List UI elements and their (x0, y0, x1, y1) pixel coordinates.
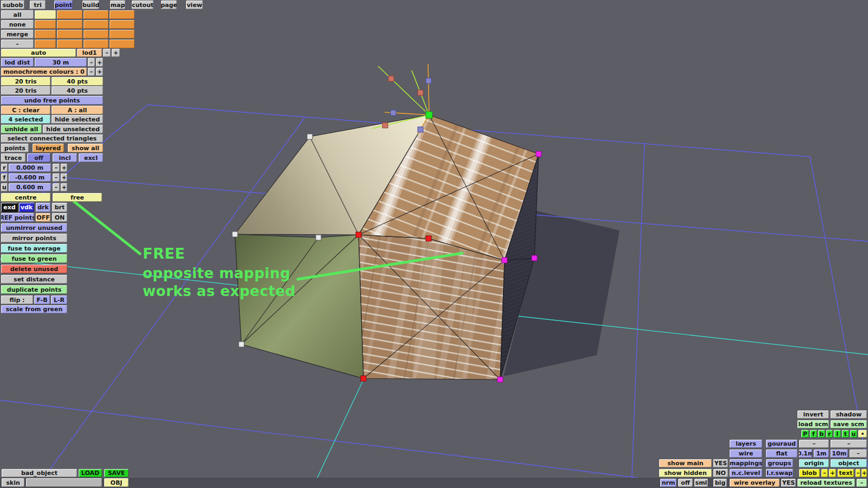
proj-b-button[interactable]: b (818, 430, 825, 438)
vertex-white[interactable] (316, 235, 321, 240)
text-plus-button[interactable]: + (861, 469, 867, 477)
proj-r-button[interactable]: r (826, 430, 833, 438)
axis-f-value[interactable]: -0.600 m (9, 174, 51, 182)
subobject-cell[interactable] (84, 40, 108, 48)
subobject-cell[interactable] (84, 20, 108, 29)
subobject-cell[interactable] (35, 20, 56, 29)
vertex-red[interactable] (426, 236, 431, 241)
groups-button[interactable]: groups (766, 459, 793, 467)
wire-overlay-button[interactable]: wire overlay (730, 479, 780, 487)
exd-button[interactable]: exd (1, 203, 18, 212)
auto-button[interactable]: auto (1, 49, 76, 57)
object-button[interactable]: object (831, 459, 867, 467)
tab-view[interactable]: view (186, 1, 203, 9)
blob-plus-button[interactable]: + (829, 469, 836, 477)
free-point-salmon[interactable] (388, 76, 394, 81)
mappings-button[interactable]: mappings (730, 459, 762, 467)
text-button[interactable]: text (838, 469, 854, 477)
subobject-cell[interactable] (57, 40, 82, 48)
vertex-magenta[interactable] (497, 377, 503, 382)
gouraud-button[interactable]: gouraud (766, 440, 797, 448)
dist-10m-button[interactable]: 10m (831, 450, 848, 458)
tab-map[interactable]: map (110, 1, 125, 9)
subobject-cell[interactable] (35, 40, 56, 48)
nclevel-button[interactable]: n.c.level (730, 469, 762, 477)
lod-dist-plus-button[interactable]: + (96, 58, 103, 67)
layered-button[interactable]: layered (33, 144, 64, 152)
save-scm-button[interactable]: save scm (831, 420, 867, 428)
vertex-selected-green[interactable] (426, 112, 432, 118)
axis-u-plus-button[interactable]: + (61, 183, 67, 191)
fuse-to-green-button[interactable]: fuse to green (1, 254, 67, 263)
vertex-red[interactable] (361, 376, 366, 381)
subobject-cell[interactable] (57, 30, 82, 38)
mirror-points-button[interactable]: mirror points (1, 234, 67, 242)
select-connected-triangles-button[interactable]: select connected triangles (1, 134, 103, 143)
axis-r-plus-button[interactable]: + (61, 164, 67, 172)
proj-t-button[interactable]: t (842, 430, 849, 438)
invert-button[interactable]: invert (797, 410, 829, 419)
ref-on-button[interactable]: ON (52, 213, 67, 222)
wire-button[interactable]: wire (730, 450, 762, 458)
subobject-cell[interactable] (57, 20, 82, 29)
fuse-to-average-button[interactable]: fuse to average (1, 244, 67, 253)
show-hidden-toggle[interactable]: NO (713, 469, 728, 477)
free-point-blue[interactable] (426, 78, 431, 84)
subobject-cell[interactable] (110, 20, 135, 29)
lod1-button[interactable]: lod1 (77, 49, 102, 57)
proj-l-button[interactable]: l (834, 430, 841, 438)
show-main-button[interactable]: show main (659, 459, 712, 467)
proj-u-button[interactable]: u (850, 430, 857, 438)
trace-excl-button[interactable]: excl (79, 153, 103, 162)
tab-tri[interactable]: tri (30, 1, 46, 9)
brt-button[interactable]: brt (52, 203, 67, 212)
axis-f-minus-button[interactable]: – (53, 174, 60, 182)
lod-dist-value[interactable]: 30 m (35, 58, 87, 67)
dash-button[interactable]: – (850, 450, 867, 458)
object-name-field[interactable]: bad_object (2, 469, 77, 477)
show-hidden-button[interactable]: show hidden (659, 469, 712, 477)
shadow-button[interactable]: shadow (831, 410, 867, 419)
load-button[interactable]: LOAD (79, 469, 102, 477)
select-merge-button[interactable]: merge (1, 30, 34, 38)
vertex-magenta[interactable] (536, 151, 541, 157)
wire-overlay-toggle[interactable]: YES (781, 479, 796, 487)
axis-r-minus-button[interactable]: – (53, 164, 60, 172)
reload-minus-button[interactable]: – (857, 479, 867, 487)
centre-button[interactable]: centre (1, 193, 50, 202)
show-main-toggle[interactable]: YES (713, 459, 728, 467)
flat-button[interactable]: flat (766, 450, 797, 458)
subobject-cell[interactable] (84, 10, 108, 19)
subobject-cell[interactable] (110, 10, 135, 19)
nrm-big-button[interactable]: big (713, 479, 727, 487)
lod-plus-button[interactable]: + (112, 49, 120, 57)
save-button[interactable]: SAVE (104, 469, 129, 477)
free-point-salmon[interactable] (418, 90, 423, 95)
dash-button[interactable]: – (831, 440, 867, 448)
delete-unused-button[interactable]: delete unused (1, 265, 67, 273)
monochrome-colours-button[interactable]: monochrome colours : 0 (1, 68, 87, 76)
proj-p-button[interactable]: P (801, 430, 809, 438)
flip-fb-button[interactable]: F-B (34, 296, 50, 304)
unhide-all-button[interactable]: unhide all (1, 125, 42, 133)
tab-subob[interactable]: subob (1, 1, 24, 9)
tab-point[interactable]: point (54, 1, 73, 9)
dash-button[interactable]: – (799, 440, 829, 448)
select-none-button[interactable]: none (1, 20, 34, 29)
tab-cutout[interactable]: cutout (132, 1, 154, 9)
vertex-magenta[interactable] (502, 258, 507, 263)
obj-button[interactable]: OBJ (104, 478, 129, 487)
vertex-red[interactable] (356, 232, 361, 237)
a-all-button[interactable]: A : all (52, 106, 103, 114)
axis-f-plus-button[interactable]: + (61, 174, 67, 182)
text-minus-button[interactable]: – (856, 469, 860, 477)
unmirror-unused-button[interactable]: unmirror unused (1, 223, 67, 232)
vertex-white[interactable] (232, 232, 238, 237)
skin-name-field[interactable] (26, 478, 102, 487)
undo-free-points-button[interactable]: undo free points (1, 96, 103, 105)
nrm-button[interactable]: nrm (660, 479, 676, 487)
free-button[interactable]: free (53, 193, 102, 202)
tab-build[interactable]: build (82, 1, 99, 9)
proj-f-button[interactable]: f (810, 430, 817, 438)
axis-u-minus-button[interactable]: – (53, 183, 60, 191)
